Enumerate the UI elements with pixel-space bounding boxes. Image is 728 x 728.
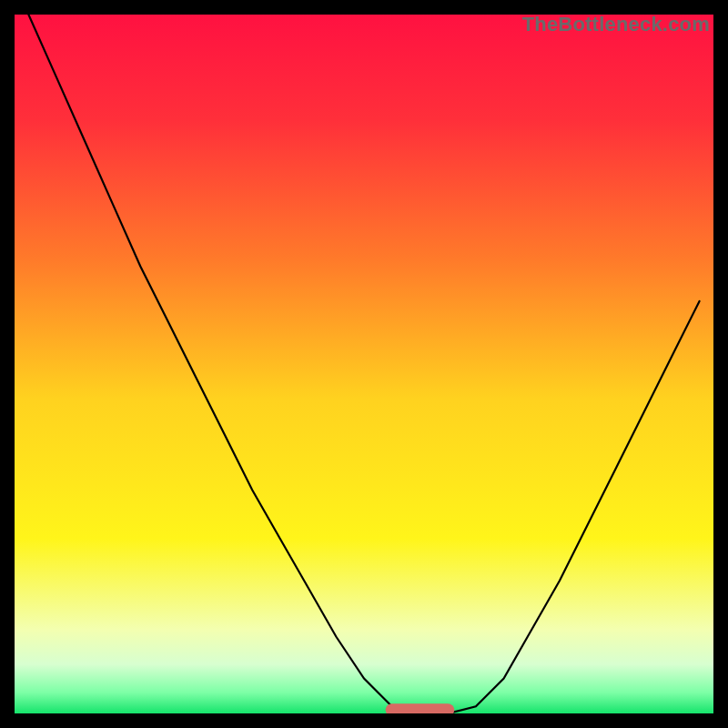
gradient-background — [15, 15, 713, 713]
watermark-text: TheBottleneck.com — [522, 13, 710, 36]
bottleneck-chart — [15, 15, 713, 713]
chart-frame: TheBottleneck.com — [15, 15, 713, 713]
